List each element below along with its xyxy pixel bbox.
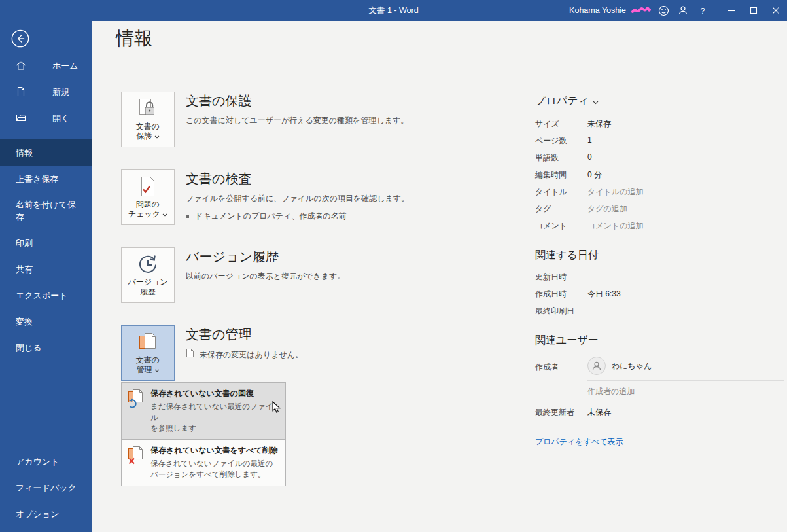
sidebar-item-save-as[interactable]: 名前を付けて保存 xyxy=(0,192,92,230)
properties-panel: プロパティ サイズ 未保存 ページ数 1 単語数 0 編集時間 0 分 タイトル… xyxy=(535,94,787,448)
sidebar-item-new[interactable]: 新規 xyxy=(0,79,92,105)
property-label: ページ数 xyxy=(535,135,587,147)
property-value: 未保存 xyxy=(587,407,611,418)
section-manage-document: 文書の 管理 文書の管理 未保存の変更はありません。 xyxy=(121,325,520,381)
maximize-button[interactable] xyxy=(743,0,765,21)
author-divider xyxy=(587,380,784,381)
section-description: ファイルを公開する前に、ファイルの次の項目を確認します。 xyxy=(186,192,409,205)
section-description: この文書に対してユーザーが行える変更の種類を管理します。 xyxy=(186,115,408,127)
inspect-check-icon xyxy=(139,175,157,198)
section-version-history: バージョン 履歴 バージョン履歴 以前のバージョンの表示と復元ができます。 xyxy=(121,247,520,303)
version-history-icon xyxy=(137,253,158,275)
menu-item-desc: バージョンをすべて削除します。 xyxy=(150,469,278,480)
add-title-action[interactable]: タイトルの追加 xyxy=(587,186,643,198)
protect-document-button[interactable]: 文書の 保護 xyxy=(121,92,175,147)
sidebar-item-transform[interactable]: 変換 xyxy=(0,308,92,334)
menu-item-title: 保存されていない文書をすべて削除 xyxy=(150,445,278,456)
sidebar-item-print[interactable]: 印刷 xyxy=(0,230,92,256)
author-avatar-icon xyxy=(587,357,606,375)
menu-item-text: 保存されていない文書の回復 まだ保存されていない最近のファイル を参照します xyxy=(150,388,280,434)
menu-item-desc: 保存されていないファイルの最近の xyxy=(150,458,278,469)
help-icon[interactable]: ? xyxy=(693,0,712,21)
properties-dropdown[interactable]: プロパティ xyxy=(535,94,787,108)
sidebar-item-account[interactable]: アカウント xyxy=(0,448,92,474)
sidebar-item-label: 共有 xyxy=(16,263,82,275)
sidebar-item-label: 閉じる xyxy=(16,342,82,354)
property-label: タイトル xyxy=(535,186,587,198)
section-title: 文書の管理 xyxy=(186,326,303,344)
manage-document-button[interactable]: 文書の 管理 xyxy=(121,325,175,381)
sidebar-item-label: 新規 xyxy=(52,86,82,98)
property-label: サイズ xyxy=(535,118,587,130)
property-row-pages: ページ数 1 xyxy=(535,135,787,147)
author-label: 作成者 xyxy=(535,357,587,375)
sidebar-item-close[interactable]: 閉じる xyxy=(0,334,92,361)
author-name: わにちゃん xyxy=(612,361,652,372)
home-icon xyxy=(16,60,46,71)
sidebar-item-label: ホーム xyxy=(52,60,82,72)
sidebar-item-label: 名前を付けて保存 xyxy=(16,198,82,223)
check-for-issues-button[interactable]: 問題の チェック xyxy=(121,169,175,225)
delete-unsaved-icon xyxy=(128,446,145,480)
sidebar-item-info[interactable]: 情報 xyxy=(0,139,92,166)
show-all-properties-link[interactable]: プロパティをすべて表示 xyxy=(535,436,623,448)
menu-item-delete-unsaved[interactable]: 保存されていない文書をすべて削除 保存されていないファイルの最近の バージョンを… xyxy=(122,440,285,486)
sidebar-item-label: アカウント xyxy=(16,455,82,468)
property-label: コメント xyxy=(535,221,587,232)
property-label: 更新日時 xyxy=(535,272,587,283)
property-value: 1 xyxy=(587,135,592,147)
small-document-icon xyxy=(186,348,194,362)
sidebar-item-options[interactable]: オプション xyxy=(0,501,92,527)
section-protect-document: 文書の 保護 文書の保護 この文書に対してユーザーが行える変更の種類を管理します… xyxy=(121,92,520,147)
manage-document-menu: 保存されていない文書の回復 まだ保存されていない最近のファイル を参照します xyxy=(121,382,286,486)
close-button[interactable] xyxy=(765,0,787,21)
sidebar-item-label: オプション xyxy=(16,508,82,520)
sidebar-item-feedback[interactable]: フィードバック xyxy=(0,474,92,501)
sidebar-item-label: 変換 xyxy=(16,315,82,328)
bullet-icon xyxy=(186,215,189,218)
version-history-button[interactable]: バージョン 履歴 xyxy=(121,247,175,303)
sidebar-item-share[interactable]: 共有 xyxy=(0,256,92,282)
property-value: 未保存 xyxy=(587,118,611,130)
account-person-icon[interactable] xyxy=(673,0,693,21)
recover-unsaved-icon xyxy=(128,389,145,434)
back-button[interactable] xyxy=(10,29,30,48)
button-label: 文書の 保護 xyxy=(136,122,160,141)
sidebar-divider xyxy=(13,444,79,444)
property-label: 最終更新者 xyxy=(535,407,587,418)
property-label: 最終印刷日 xyxy=(535,306,587,317)
protect-lock-icon xyxy=(138,98,158,120)
section-text: バージョン履歴 以前のバージョンの表示と復元ができます。 xyxy=(186,247,345,303)
sidebar-item-save[interactable]: 上書き保存 xyxy=(0,166,92,192)
author-chip[interactable]: わにちゃん xyxy=(587,357,652,375)
property-row-size: サイズ 未保存 xyxy=(535,118,787,130)
menu-item-recover-unsaved[interactable]: 保存されていない文書の回復 まだ保存されていない最近のファイル を参照します xyxy=(122,383,285,440)
window-title: 文書 1 - Word xyxy=(368,5,418,16)
related-dates-heading: 関連する日付 xyxy=(535,249,787,262)
property-row-edit-time: 編集時間 0 分 xyxy=(535,169,787,181)
section-description: 以前のバージョンの表示と復元ができます。 xyxy=(186,270,345,283)
menu-item-text: 保存されていない文書をすべて削除 保存されていないファイルの最近の バージョンを… xyxy=(150,445,278,480)
minimize-button[interactable] xyxy=(720,0,743,21)
button-label: バージョン 履歴 xyxy=(128,277,167,297)
add-author-action[interactable]: 作成者の追加 xyxy=(587,386,787,397)
property-row-title: タイトル タイトルの追加 xyxy=(535,186,787,198)
chevron-down-icon xyxy=(162,209,167,219)
sidebar-item-open[interactable]: 開く xyxy=(0,105,92,131)
related-people-heading: 関連ユーザー xyxy=(535,334,787,347)
sidebar-item-home[interactable]: ホーム xyxy=(0,52,92,79)
property-label: 作成日時 xyxy=(535,289,587,300)
sidebar-item-export[interactable]: エクスポート xyxy=(0,282,92,308)
chevron-down-icon xyxy=(593,96,599,107)
sidebar-divider xyxy=(13,135,79,135)
add-comment-action[interactable]: コメントの追加 xyxy=(587,221,643,232)
add-tag-action[interactable]: タグの追加 xyxy=(587,204,627,215)
titlebar-controls: Kohama Yoshie ? xyxy=(569,0,787,21)
account-user-name[interactable]: Kohama Yoshie xyxy=(569,6,626,15)
help-label: ? xyxy=(700,6,705,16)
unsaved-changes-row: 未保存の変更はありません。 xyxy=(186,348,303,362)
properties-title-label: プロパティ xyxy=(535,94,589,108)
section-title: 文書の保護 xyxy=(186,92,408,110)
feedback-smiley-icon[interactable] xyxy=(654,0,673,21)
page-title: 情報 xyxy=(116,26,152,51)
